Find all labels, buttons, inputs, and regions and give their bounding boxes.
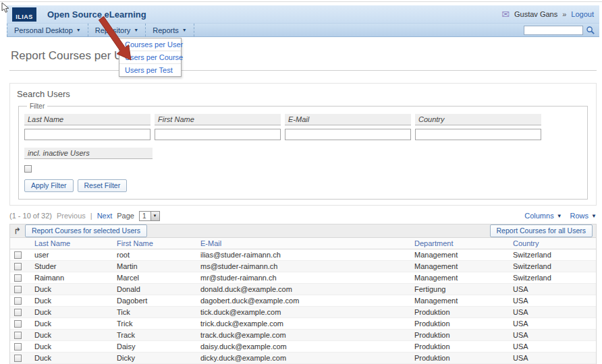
cell-department: Management: [410, 295, 509, 307]
row-checkbox[interactable]: [14, 355, 22, 362]
cell-email: donald.duck@example.com: [196, 284, 410, 295]
table-row: Duck Daisy daisy.duck@example.com Produk…: [10, 341, 596, 353]
cell-department: Produktion: [410, 330, 509, 341]
checkbox-column-header: [10, 238, 30, 249]
reset-filter-button[interactable]: Reset Filter: [78, 179, 128, 192]
cell-first-name: Marcel: [113, 272, 196, 284]
cell-department: Management: [410, 261, 509, 272]
rows-label: Rows: [570, 212, 589, 220]
users-data-table: Last Name First Name E-Mail Department C…: [10, 238, 596, 364]
table-row: Duck Donald donald.duck@example.com Fert…: [10, 284, 596, 295]
search-users-panel: Search Users Filter Last Name First Name…: [9, 83, 597, 206]
filter-field-first-name: First Name: [155, 114, 281, 140]
row-checkbox[interactable]: [14, 309, 22, 316]
column-header-department[interactable]: Department: [410, 238, 509, 249]
apply-filter-button[interactable]: Apply Filter: [24, 179, 74, 192]
page-select[interactable]: 1 ▼: [139, 211, 160, 221]
column-header-email[interactable]: E-Mail: [196, 238, 410, 249]
cell-last-name: user: [30, 249, 113, 261]
column-header-country[interactable]: Country: [509, 238, 596, 249]
column-header-first-name[interactable]: First Name: [113, 238, 196, 249]
report-selected-users-button-top[interactable]: Report Courses for selected Users: [25, 224, 147, 237]
email-input[interactable]: [285, 129, 411, 140]
cell-department: Management: [410, 249, 509, 261]
field-label: First Name: [155, 114, 281, 125]
users-table: ↱ Report Courses for selected Users Repo…: [9, 224, 597, 364]
table-row: user root ilias@studer-raimann.ch Manage…: [10, 249, 596, 261]
nav-tab-label: Reports: [153, 26, 179, 34]
search-icon[interactable]: [586, 26, 595, 35]
cell-last-name: Duck: [30, 284, 113, 295]
cell-email: track.duck@example.com: [196, 330, 410, 341]
cell-department: Fertigung: [410, 284, 509, 295]
cell-first-name: Track: [113, 330, 196, 341]
page-label: Page: [117, 212, 134, 220]
row-checkbox[interactable]: [14, 274, 22, 282]
row-checkbox[interactable]: [14, 343, 22, 351]
cell-department: Produktion: [410, 341, 509, 353]
cell-department: Produktion: [410, 318, 509, 330]
table-row: Studer Martin ms@studer-raimann.ch Manag…: [10, 261, 596, 272]
logout-link[interactable]: Logout: [571, 10, 594, 18]
cell-last-name: Duck: [30, 341, 113, 353]
filter-fields: Last Name First Name E-Mail Country: [24, 114, 582, 140]
cell-last-name: Duck: [30, 318, 113, 330]
mouse-cursor-icon: [1, 2, 11, 14]
title-divider: [9, 70, 597, 71]
chevron-down-icon: ▼: [557, 213, 562, 219]
cell-country: Switzerland: [509, 272, 596, 284]
page-select-value: 1: [140, 212, 150, 220]
cell-country: USA: [509, 353, 596, 364]
menu-item-users-per-test[interactable]: Users per Test: [119, 64, 181, 76]
column-header-last-name[interactable]: Last Name: [30, 238, 113, 249]
chevron-down-icon: ▼: [76, 28, 81, 32]
first-name-input[interactable]: [155, 129, 281, 140]
cell-country: USA: [509, 295, 596, 307]
table-row: Duck Dagobert dagobert.duck@example.com …: [10, 295, 596, 307]
cell-last-name: Raimann: [30, 272, 113, 284]
cell-first-name: Trick: [113, 318, 196, 330]
ilias-logo[interactable]: ILIAS: [12, 7, 36, 22]
columns-selector[interactable]: Columns ▼: [524, 212, 562, 220]
nav-tab-personal-desktop[interactable]: Personal Desktop ▼: [7, 24, 88, 36]
header-search: [524, 24, 599, 36]
row-checkbox[interactable]: [14, 332, 22, 339]
cell-last-name: Studer: [30, 261, 113, 272]
filter-field-last-name: Last Name: [24, 114, 150, 140]
row-checkbox[interactable]: [14, 297, 22, 305]
pagination-top: (1 - 10 of 32) Previous | Next Page 1 ▼ …: [9, 211, 597, 221]
search-input[interactable]: [524, 26, 583, 35]
table-row: Duck Dicky dicky.duck@example.com Produk…: [10, 353, 596, 364]
filter-field-email: E-Mail: [285, 114, 411, 140]
table-row: Duck Trick trick.duck@example.com Produk…: [10, 318, 596, 330]
filter-legend: Filter: [27, 102, 47, 110]
last-name-input[interactable]: [24, 129, 150, 140]
cell-email: dicky.duck@example.com: [196, 353, 410, 364]
row-checkbox[interactable]: [14, 251, 22, 259]
chevron-down-icon: ▼: [591, 213, 597, 219]
cell-email: tick.duck@example.com: [196, 307, 410, 318]
header-right: ✉ Gustav Gans » Logout: [501, 9, 594, 19]
inactive-users-checkbox[interactable]: [24, 165, 32, 173]
row-checkbox[interactable]: [14, 263, 22, 270]
cell-email: daisy.duck@example.com: [196, 341, 410, 353]
table-row: Duck Tick tick.duck@example.com Produkti…: [10, 307, 596, 318]
previous-link[interactable]: Previous: [57, 212, 86, 220]
cell-last-name: Duck: [30, 295, 113, 307]
report-all-users-button-top[interactable]: Report Courses for all Users: [490, 224, 593, 237]
row-checkbox[interactable]: [14, 286, 22, 293]
country-input[interactable]: [415, 129, 541, 140]
cell-country: USA: [509, 341, 596, 353]
mail-icon[interactable]: ✉: [501, 9, 510, 19]
nav-tab-reports[interactable]: Reports ▼: [146, 24, 194, 36]
cell-country: USA: [509, 284, 596, 295]
cell-country: USA: [509, 330, 596, 341]
filter-fieldset: Filter Last Name First Name E-Mail Count…: [18, 102, 588, 200]
rows-selector[interactable]: Rows ▼: [570, 212, 597, 220]
cell-department: Management: [410, 272, 509, 284]
next-link[interactable]: Next: [97, 212, 113, 220]
chevron-down-icon: ▼: [182, 28, 187, 32]
row-checkbox[interactable]: [14, 320, 22, 328]
cell-first-name: Dagobert: [113, 295, 196, 307]
cell-department: Produktion: [410, 353, 509, 364]
